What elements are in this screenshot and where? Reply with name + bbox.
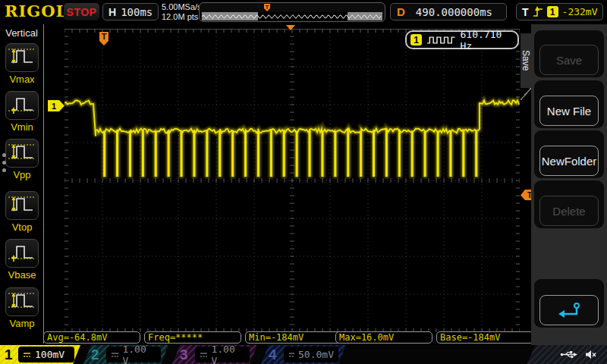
softkey-slot: NewFolder (534, 130, 604, 178)
return-arrow-icon (556, 300, 582, 320)
channel1-ground-marker-icon: 1 (48, 100, 65, 112)
measurement-avg: Avg=-64.8mV (43, 331, 140, 344)
speaker-muted-icon (585, 350, 596, 359)
softkey-slot: Delete (534, 180, 604, 228)
dc-coupling-icon (111, 352, 118, 358)
channel-4-number: 4 (269, 346, 277, 363)
memory-depth: 12.0M pts (162, 12, 202, 22)
measure-item-vbase[interactable]: Vbase (5, 239, 39, 281)
new-folder-button[interactable]: NewFolder (539, 146, 599, 176)
dc-coupling-icon (23, 352, 31, 358)
channel-1-scale: 100mV (35, 349, 64, 360)
frequency-value: 610.710 Hz (461, 29, 517, 52)
horizontal-position-marker-icon (286, 25, 295, 30)
softkey-slot: Save (534, 30, 604, 77)
memory-trigger-flag-icon: T (263, 3, 271, 12)
measure-item-vmin[interactable]: Vmin (5, 91, 39, 133)
measure-item-vpp[interactable]: Vpp (5, 139, 39, 180)
channel-4-status[interactable]: 4 50.0mV (259, 345, 346, 364)
sample-rate: 5.00MSa/s (162, 2, 202, 12)
page-indicator-dot (2, 168, 6, 172)
left-menu-title: Vertical (0, 27, 43, 39)
page-indicator-dot (2, 161, 6, 165)
new-file-button[interactable]: New File (539, 96, 599, 126)
channel-1-status[interactable]: 1 100mV (0, 345, 82, 364)
svg-text:1: 1 (52, 102, 56, 111)
channel-4-scale: 50.0mV (298, 349, 334, 360)
rigol-logo: RIGOL (5, 2, 68, 20)
save-button[interactable]: Save (539, 45, 599, 75)
left-menu-separator (43, 24, 44, 344)
top-status-bar: RIGOL STOP H 100ms 5.00MSa/s 12.0M pts T… (0, 0, 607, 24)
vpp-icon (8, 141, 36, 165)
acquisition-info: 5.00MSa/s 12.0M pts (162, 2, 202, 22)
frequency-counter-badge: 1 610.710 Hz (405, 30, 519, 49)
trigger-level-value: -232mV (562, 6, 598, 17)
measurement-freq: Freq=***** (144, 331, 241, 344)
menu-tab-diagonal (521, 88, 531, 100)
system-status-segment (527, 345, 607, 364)
horizontal-timebase-group: H 100ms (102, 3, 159, 20)
dc-coupling-icon (288, 352, 294, 358)
horizontal-label: H (109, 6, 116, 18)
timebase-value: 100ms (121, 6, 153, 18)
channel-3-number: 3 (180, 346, 188, 363)
delay-label: D (397, 5, 405, 18)
vtop-label: Vtop (5, 221, 39, 233)
memory-waveform-icon (202, 12, 382, 20)
vbase-label: Vbase (5, 269, 39, 281)
channel-status-bar: 1 100mV 2 1.00 V 3 1.00 V (0, 345, 607, 364)
graticule: T (64, 29, 520, 332)
delete-button[interactable]: Delete (539, 196, 599, 226)
vmax-icon (8, 46, 36, 70)
channel-2-status[interactable]: 2 1.00 V (82, 345, 168, 364)
svg-text:T: T (102, 32, 107, 41)
vmax-label: Vmax (5, 74, 39, 85)
menu-tab-save: Save (521, 33, 531, 88)
trigger-readout-group: T 1 -232mV (516, 3, 603, 20)
channel-2-number: 2 (91, 346, 99, 363)
vamp-label: Vamp (5, 318, 39, 329)
softkey-slot (534, 279, 604, 328)
softkey-slot: New File (534, 80, 604, 128)
return-button[interactable] (539, 295, 599, 325)
run-state-indicator: STOP (64, 3, 99, 20)
vamp-icon (8, 290, 36, 314)
vtop-icon (8, 193, 36, 218)
measure-item-vamp[interactable]: Vamp (5, 287, 39, 329)
measurement-max: Max=16.0mV (335, 331, 432, 344)
channel-3-status[interactable]: 3 1.00 V (171, 345, 257, 364)
trigger-slope-icon (533, 6, 543, 18)
svg-text:T: T (266, 4, 269, 11)
vbase-icon (8, 241, 36, 265)
trigger-label: T (522, 6, 529, 18)
channel-1-number: 1 (5, 346, 13, 363)
measure-item-vtop[interactable]: Vtop (5, 191, 39, 233)
delay-value: 490.000000ms (416, 6, 492, 18)
channel-2-scale: 1.00 V (122, 344, 156, 364)
square-wave-icon (426, 35, 456, 46)
trigger-source-badge: 1 (547, 6, 558, 17)
freq-counter-channel-badge: 1 (410, 34, 422, 46)
measure-item-vmax[interactable]: Vmax (5, 43, 39, 85)
measurement-min: Min=-184mV (245, 331, 342, 344)
channel-3-scale: 1.00 V (211, 344, 245, 364)
vpp-label: Vpp (5, 169, 39, 180)
dc-coupling-icon (200, 352, 207, 358)
page-indicator-dot (2, 153, 6, 157)
measurement-base: Base=-184mV (436, 331, 533, 344)
vmin-label: Vmin (5, 121, 39, 133)
delay-readout-group: D 490.000000ms (390, 3, 507, 20)
usb-icon (560, 350, 578, 359)
vmin-icon (8, 93, 36, 118)
